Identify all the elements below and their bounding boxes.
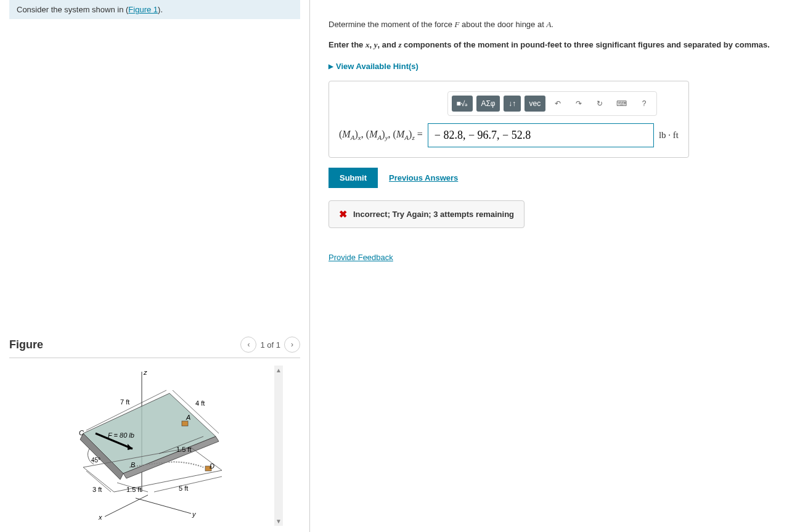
dim-7ft: 7 ft bbox=[120, 398, 129, 406]
keyboard-button[interactable]: ⌨ bbox=[612, 96, 632, 112]
figure-next-button[interactable]: › bbox=[284, 337, 300, 353]
figure-nav: ‹ 1 of 1 › bbox=[240, 337, 300, 353]
figure-section: Figure ‹ 1 of 1 › z y x bbox=[9, 337, 300, 526]
answer-label: (MA)x, (MA)y, (MA)z = bbox=[339, 129, 423, 141]
point-d: D bbox=[210, 462, 214, 470]
answer-input[interactable] bbox=[428, 123, 654, 147]
point-b: B bbox=[131, 461, 135, 469]
left-panel: Consider the system shown in (Figure 1).… bbox=[0, 0, 310, 532]
angle-label: 45° bbox=[91, 457, 100, 464]
equation-toolbar: ■√ₐ ΑΣφ ↓↑ vec ↶ ↷ ↻ ⌨ ? bbox=[447, 91, 657, 116]
figure-image: z y x bbox=[9, 366, 274, 526]
intro-box: Consider the system shown in (Figure 1). bbox=[9, 0, 300, 19]
figure-body: z y x bbox=[9, 366, 300, 526]
undo-button[interactable]: ↶ bbox=[549, 96, 566, 112]
svg-line-2 bbox=[105, 495, 148, 517]
q-part2: about the door hinge at bbox=[459, 20, 546, 29]
svg-line-1 bbox=[136, 498, 191, 514]
figure-header: Figure ‹ 1 of 1 › bbox=[9, 337, 300, 358]
intro-suffix: ). bbox=[158, 5, 163, 14]
redo-button[interactable]: ↷ bbox=[570, 96, 587, 112]
svg-rect-7 bbox=[182, 421, 188, 426]
dim-3ft: 3 ft bbox=[92, 486, 102, 493]
i2: , bbox=[369, 40, 373, 49]
greek-button[interactable]: ΑΣφ bbox=[476, 96, 500, 112]
dim-4ft: 4 ft bbox=[195, 399, 205, 407]
question-text: Determine the moment of the force F abou… bbox=[329, 18, 782, 31]
previous-answers-link[interactable]: Previous Answers bbox=[389, 173, 458, 182]
feedback-text: Incorrect; Try Again; 3 attempts remaini… bbox=[353, 210, 514, 219]
dim-5ft: 5 ft bbox=[179, 485, 188, 492]
figure-scrollbar[interactable]: ▲ ▼ bbox=[274, 366, 283, 526]
unit-label: lb · ft bbox=[659, 130, 679, 141]
x-axis-label: x bbox=[98, 514, 102, 521]
point-a: A bbox=[186, 414, 190, 421]
provide-feedback-link[interactable]: Provide Feedback bbox=[329, 253, 393, 262]
reset-button[interactable]: ↻ bbox=[591, 96, 608, 112]
view-hints-link[interactable]: View Available Hint(s) bbox=[329, 62, 782, 71]
feedback-box: ✖ Incorrect; Try Again; 3 attempts remai… bbox=[329, 200, 524, 228]
dim-15b: 1.5 ft bbox=[126, 486, 141, 493]
hints-label: View Available Hint(s) bbox=[336, 62, 418, 71]
i4: components of the moment in pound-feet t… bbox=[402, 40, 770, 49]
figure-link[interactable]: Figure 1 bbox=[128, 5, 158, 14]
q-part1: Determine the moment of the force bbox=[329, 20, 454, 29]
force-label: F = 80 lb bbox=[108, 432, 134, 439]
answer-box: ■√ₐ ΑΣφ ↓↑ vec ↶ ↷ ↻ ⌨ ? (MA)x, (MA)y, (… bbox=[329, 81, 689, 158]
answer-row: (MA)x, (MA)y, (MA)z = lb · ft bbox=[339, 123, 679, 147]
vec-button[interactable]: vec bbox=[524, 96, 545, 112]
incorrect-icon: ✖ bbox=[339, 208, 347, 220]
z-axis-label: z bbox=[143, 369, 147, 376]
instruction-text: Enter the x, y, and z components of the … bbox=[329, 39, 782, 52]
intro-text: Consider the system shown in ( bbox=[17, 5, 128, 14]
figure-page: 1 of 1 bbox=[260, 340, 280, 350]
figure-prev-button[interactable]: ‹ bbox=[240, 337, 256, 353]
i3: , and bbox=[377, 40, 398, 49]
scroll-down-icon[interactable]: ▼ bbox=[276, 518, 282, 525]
point-c: C bbox=[79, 429, 84, 436]
q-part3: . bbox=[551, 20, 553, 29]
help-button[interactable]: ? bbox=[635, 96, 653, 112]
dim-15a: 1.5 ft bbox=[176, 446, 191, 453]
scroll-up-icon[interactable]: ▲ bbox=[276, 367, 282, 374]
submit-button[interactable]: Submit bbox=[329, 168, 378, 188]
submit-row: Submit Previous Answers bbox=[329, 168, 782, 188]
y-axis-label: y bbox=[192, 510, 197, 518]
subsup-button[interactable]: ↓↑ bbox=[504, 96, 521, 112]
templates-button[interactable]: ■√ₐ bbox=[452, 96, 473, 112]
right-panel: Determine the moment of the force F abou… bbox=[310, 0, 800, 532]
i1: Enter the bbox=[329, 40, 365, 49]
figure-title: Figure bbox=[9, 338, 43, 351]
door-diagram-svg: z y x bbox=[25, 369, 259, 523]
